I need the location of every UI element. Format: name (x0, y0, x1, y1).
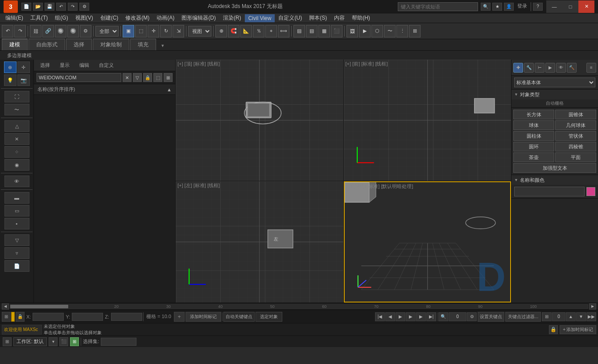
menu-edit[interactable]: 编辑(E) (2, 13, 27, 23)
menu-content[interactable]: 内容 (330, 13, 348, 23)
timeline-icon1[interactable]: ⊞ (2, 312, 11, 322)
render-button[interactable]: ▶ (359, 25, 371, 37)
obj-pyramid-button[interactable]: 四棱锥 (555, 142, 596, 151)
frame-number-input[interactable] (449, 312, 466, 321)
schematic-button[interactable]: ⋮ (396, 25, 408, 37)
scene-search-clear-icon[interactable]: ✕ (123, 73, 132, 82)
menu-animation[interactable]: 动画(A) (153, 13, 178, 23)
scene-tab-select[interactable]: 选择 (37, 61, 54, 70)
maximize-button[interactable]: □ (562, 0, 578, 13)
obj-tube-button[interactable]: 管状体 (555, 131, 596, 141)
pb-play-back-button[interactable]: ▶ (396, 312, 405, 321)
sidebar-particle-icon[interactable]: ⁘ (4, 146, 29, 158)
viewport-front[interactable]: [+] [前] [标准] [线框] (344, 60, 511, 181)
layers-button[interactable]: ▤ (293, 25, 305, 37)
unlink-button[interactable]: 🔗 (42, 25, 54, 37)
sidebar-funnel2-icon[interactable]: ▿ (4, 247, 29, 259)
rp-motion-icon[interactable]: ▶ (545, 63, 555, 73)
redo-title-icon[interactable]: ↷ (68, 3, 78, 11)
user-icon[interactable]: 👤 (504, 3, 514, 11)
rp-hierarchy-icon[interactable]: ⊢ (535, 63, 544, 73)
scene-lock-icon[interactable]: 🔒 (143, 73, 152, 82)
percent2-button[interactable]: ⌖ (265, 25, 277, 37)
key-filter-button[interactable]: 关键点过滤器... (505, 312, 541, 322)
pb-next-frame-button[interactable]: ▶ (416, 312, 426, 321)
menu-script[interactable]: 脚本(S) (305, 13, 330, 23)
sidebar-eye-icon[interactable]: 👁 (4, 176, 29, 187)
sidebar-rect2-icon[interactable]: ▭ (4, 205, 29, 217)
help-icon[interactable]: ? (533, 3, 543, 11)
obj-geosphere-button[interactable]: 几何球体 (555, 120, 596, 130)
sidebar-dynamics-icon[interactable]: ◉ (4, 159, 29, 171)
add-time-marker-button[interactable]: 添加时间标记 (186, 312, 221, 322)
extra-input1[interactable] (552, 312, 565, 321)
x-input[interactable] (33, 313, 64, 321)
mirror-button[interactable]: ⟺ (278, 25, 289, 37)
z-input[interactable] (111, 313, 142, 321)
object-name-input[interactable] (514, 187, 585, 196)
menu-view[interactable]: 视图(V) (72, 13, 97, 23)
scene-tab-edit[interactable]: 编辑 (76, 61, 93, 70)
tl-prev-button[interactable]: ◀ (2, 303, 9, 310)
menu-help[interactable]: 帮助(H) (348, 13, 374, 23)
workspace-dropdown-icon[interactable]: ▾ (49, 337, 58, 346)
frame-search-button[interactable]: 🔍 (438, 312, 448, 321)
pb-prev-frame-button[interactable]: ◀ (385, 312, 395, 321)
sidebar-curve-icon[interactable]: 〜 (4, 104, 29, 115)
menu-graph-editor[interactable]: 图形编辑器(D) (178, 13, 219, 23)
scene-tab-display[interactable]: 显示 (56, 61, 73, 70)
rotate-button[interactable]: ↻ (160, 25, 172, 37)
pb-play-button[interactable]: ▶ (406, 312, 416, 321)
rp-modify-icon[interactable]: 🔧 (524, 63, 534, 73)
minimize-button[interactable]: — (546, 0, 562, 13)
scene-filter-icon[interactable]: ▽ (133, 73, 142, 82)
obj-cone-button[interactable]: 圆锥体 (555, 110, 596, 119)
rp-utilities-icon[interactable]: 🔨 (567, 63, 577, 73)
bind-space2-button[interactable]: 🔘 (67, 25, 79, 37)
sidebar-shapes-icon[interactable]: △ (4, 120, 29, 132)
obj-cylinder-button[interactable]: 圆柱体 (513, 131, 554, 141)
obj-text-button[interactable]: 加强型文本 (513, 163, 596, 173)
scene-search-input[interactable] (37, 73, 121, 82)
extra-btn2[interactable]: ▲ (566, 312, 576, 321)
viewport-perspective[interactable]: [+] [透视] [标准] [默认明暗处理] (344, 181, 511, 303)
extra-btn3[interactable]: ▼ (576, 312, 586, 321)
scene-tab-customize[interactable]: 自定义 (95, 61, 117, 70)
rp-create-icon[interactable]: ✚ (513, 63, 523, 73)
tab-object-paint[interactable]: 对象绘制 (93, 39, 129, 50)
obj-box-button[interactable]: 长方体 (513, 110, 554, 119)
viewport-top[interactable]: [+] [顶] [标准] [线框] (176, 60, 343, 181)
layers3-button[interactable]: ▦ (318, 25, 330, 37)
rp-display-icon[interactable]: 👁 (556, 63, 566, 73)
obj-teapot-button[interactable]: 茶壶 (513, 152, 554, 162)
sidebar-move-icon[interactable]: ✛ (17, 61, 30, 73)
close-button[interactable]: ✕ (578, 0, 594, 13)
menu-create[interactable]: 创建(C) (97, 13, 122, 23)
sidebar-file-icon[interactable]: 📄 (4, 260, 29, 272)
obj-torus-button[interactable]: 圆环 (513, 142, 554, 151)
menu-modifier[interactable]: 修改器(M) (122, 13, 153, 23)
obj-sphere-button[interactable]: 球体 (513, 120, 554, 130)
tab-selection[interactable]: 选择 (66, 39, 92, 50)
workspace-green-icon[interactable]: ⊞ (70, 337, 79, 346)
bind-space-button[interactable]: 🔘 (55, 25, 66, 37)
extra-button[interactable]: ⊞ (409, 25, 421, 37)
set-key2-button[interactable]: 设置关键点 (478, 312, 504, 322)
filter-button[interactable]: ⚙ (80, 25, 91, 37)
menu-customize[interactable]: 自定义(U) (275, 13, 305, 23)
object-type-header[interactable]: 对象类型 (511, 90, 598, 99)
layers2-button[interactable]: ▤ (306, 25, 318, 37)
select-button[interactable]: ▣ (123, 25, 134, 37)
pivot-button[interactable]: ⊕ (215, 25, 227, 37)
move-button[interactable]: ✛ (148, 25, 159, 37)
subtab-polygon-modeling[interactable]: 多边形建模 (4, 51, 35, 60)
sidebar-bone-icon[interactable]: ⛶ (4, 91, 29, 102)
title-search-input[interactable] (398, 2, 478, 11)
time-config-button[interactable]: ⚙ (467, 312, 477, 321)
set-key-button[interactable]: 选定对象 (256, 312, 282, 322)
sidebar-light-icon[interactable]: 💡 (4, 74, 16, 86)
scene-options-icon[interactable]: ⬚ (153, 73, 162, 82)
snap-button[interactable]: 🧲 (228, 25, 239, 37)
viewport-left[interactable]: [+] [左] [标准] [线框] 左 (176, 181, 343, 303)
timeline-scrollbar[interactable]: 0 10 20 30 40 50 60 70 80 90 100 (10, 304, 588, 309)
